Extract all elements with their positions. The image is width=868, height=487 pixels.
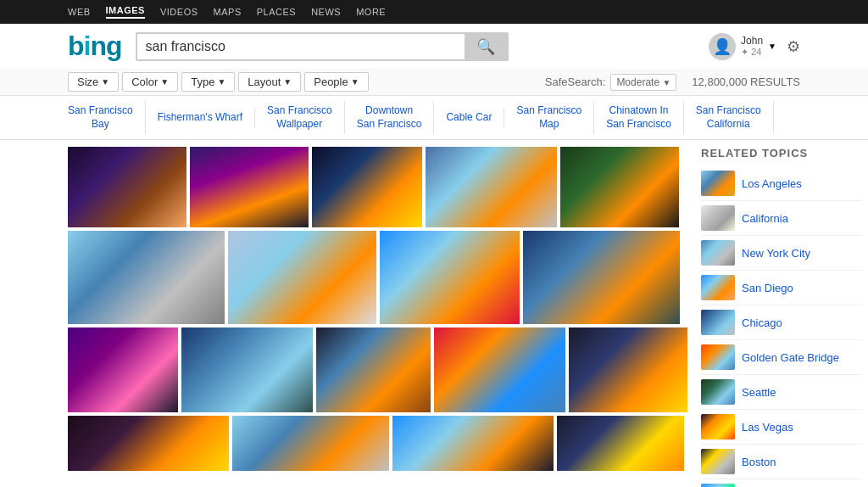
settings-icon[interactable]: ⚙ (787, 37, 800, 56)
image-item[interactable] (426, 147, 557, 227)
nav-maps[interactable]: MAPS (214, 7, 242, 17)
related-topic-9[interactable]: Miami (701, 479, 862, 487)
related-topic-7[interactable]: Las Vegas (701, 410, 862, 445)
size-filter[interactable]: Size ▼ (68, 72, 119, 92)
image-item[interactable] (380, 231, 520, 324)
image-item[interactable] (316, 327, 431, 412)
image-item[interactable] (68, 327, 178, 412)
results-count: 12,800,000 RESULTS (692, 76, 800, 88)
color-filter[interactable]: Color ▼ (122, 72, 178, 92)
user-name: John (741, 35, 763, 47)
image-item[interactable] (312, 147, 422, 227)
topic-thumbnail (701, 484, 735, 487)
image-item[interactable] (228, 231, 376, 324)
image-item[interactable] (392, 416, 554, 471)
topic-thumbnail (701, 240, 735, 266)
topic-thumbnail (701, 449, 735, 474)
related-search-5[interactable]: San FranciscoMap (504, 101, 594, 134)
image-item[interactable] (434, 327, 565, 412)
header-right: 👤 John ✦ 24 ▼ ⚙ (709, 33, 800, 60)
avatar: 👤 (709, 33, 736, 60)
topic-thumbnail (701, 171, 735, 196)
type-chevron-icon: ▼ (217, 77, 225, 87)
image-item[interactable] (523, 231, 680, 324)
layout-chevron-icon: ▼ (283, 77, 292, 87)
image-row-1 (68, 147, 687, 227)
related-topics-list: Los Angeles California New York City San… (701, 166, 862, 487)
image-item[interactable] (560, 147, 679, 227)
related-search-0[interactable]: San FranciscoBay (68, 101, 146, 134)
image-item[interactable] (181, 327, 313, 412)
image-row-3 (68, 327, 687, 412)
type-filter[interactable]: Type ▼ (181, 72, 235, 92)
image-item[interactable] (68, 416, 229, 471)
related-search-1[interactable]: Fisherman's Wharf (146, 108, 255, 128)
topic-link[interactable]: Boston (742, 456, 776, 468)
safesearch-label: SafeSearch: (545, 76, 606, 88)
related-topic-5[interactable]: Golden Gate Bridge (701, 340, 862, 375)
topic-link[interactable]: Golden Gate Bridge (742, 351, 839, 364)
topic-link[interactable]: Chicago (742, 316, 782, 329)
topic-thumbnail (701, 379, 735, 405)
topic-thumbnail (701, 275, 735, 300)
filters-bar: Size ▼ Color ▼ Type ▼ Layout ▼ People ▼ … (0, 69, 868, 96)
image-item[interactable] (68, 147, 186, 227)
image-row-2 (68, 231, 687, 324)
layout-filter[interactable]: Layout ▼ (238, 72, 301, 92)
related-topic-4[interactable]: Chicago (701, 305, 862, 340)
related-search-4[interactable]: Cable Car (434, 108, 504, 128)
related-search-7[interactable]: San FranciscoCalifornia (684, 101, 774, 134)
sidebar: RELATED TOPICS Los Angeles California Ne… (701, 147, 862, 487)
related-search-6[interactable]: Chinatown InSan Francisco (594, 101, 684, 134)
topic-link[interactable]: California (742, 212, 788, 225)
related-topic-3[interactable]: San Diego (701, 271, 862, 305)
image-grid (68, 147, 687, 487)
topic-link[interactable]: Seattle (742, 386, 776, 399)
image-item[interactable] (190, 147, 309, 227)
safesearch-value[interactable]: Moderate ▼ (610, 74, 676, 91)
user-chevron-icon: ▼ (768, 42, 776, 51)
bing-logo[interactable]: bing (68, 31, 122, 62)
nav-more[interactable]: MORE (356, 7, 386, 17)
topic-thumbnail (701, 205, 735, 231)
image-row-4 (68, 416, 687, 471)
related-searches-bar: San FranciscoBay Fisherman's Wharf San F… (0, 96, 868, 140)
topic-thumbnail (701, 414, 735, 439)
nav-web[interactable]: WEB (68, 7, 91, 17)
top-navigation: WEB IMAGES VIDEOS MAPS PLACES NEWS MORE (0, 0, 868, 24)
topic-thumbnail (701, 310, 735, 335)
search-input[interactable] (137, 34, 465, 59)
related-topic-8[interactable]: Boston (701, 445, 862, 479)
search-box: 🔍 (136, 32, 509, 61)
user-count: 24 (751, 47, 761, 57)
related-topic-6[interactable]: Seattle (701, 375, 862, 410)
topic-link[interactable]: New York City (742, 247, 810, 260)
related-topic-0[interactable]: Los Angeles (701, 166, 862, 201)
header: bing 🔍 👤 John ✦ 24 ▼ ⚙ (0, 24, 868, 69)
image-item[interactable] (557, 416, 684, 471)
related-topics-title: RELATED TOPICS (701, 147, 862, 160)
safesearch-chevron-icon: ▼ (662, 78, 670, 87)
topic-link[interactable]: Las Vegas (742, 421, 793, 434)
user-area[interactable]: 👤 John ✦ 24 ▼ (709, 33, 776, 60)
topic-link[interactable]: San Diego (742, 282, 793, 294)
search-button[interactable]: 🔍 (465, 34, 507, 59)
safe-search: SafeSearch: Moderate ▼ 12,800,000 RESULT… (545, 74, 800, 91)
related-topic-1[interactable]: California (701, 201, 862, 236)
topic-thumbnail (701, 344, 735, 370)
image-item[interactable] (68, 231, 225, 324)
related-search-2[interactable]: San FranciscoWallpaper (255, 101, 345, 134)
size-chevron-icon: ▼ (101, 77, 109, 87)
nav-news[interactable]: NEWS (311, 7, 341, 17)
people-chevron-icon: ▼ (351, 77, 359, 87)
image-item[interactable] (232, 416, 389, 471)
related-topic-2[interactable]: New York City (701, 236, 862, 271)
nav-places[interactable]: PLACES (257, 7, 296, 17)
topic-link[interactable]: Los Angeles (742, 177, 802, 190)
people-filter[interactable]: People ▼ (304, 72, 368, 92)
color-chevron-icon: ▼ (160, 77, 169, 87)
image-item[interactable] (569, 327, 687, 412)
nav-videos[interactable]: VIDEOS (160, 7, 198, 17)
related-search-3[interactable]: DowntownSan Francisco (345, 101, 435, 134)
nav-images[interactable]: IMAGES (106, 5, 145, 19)
